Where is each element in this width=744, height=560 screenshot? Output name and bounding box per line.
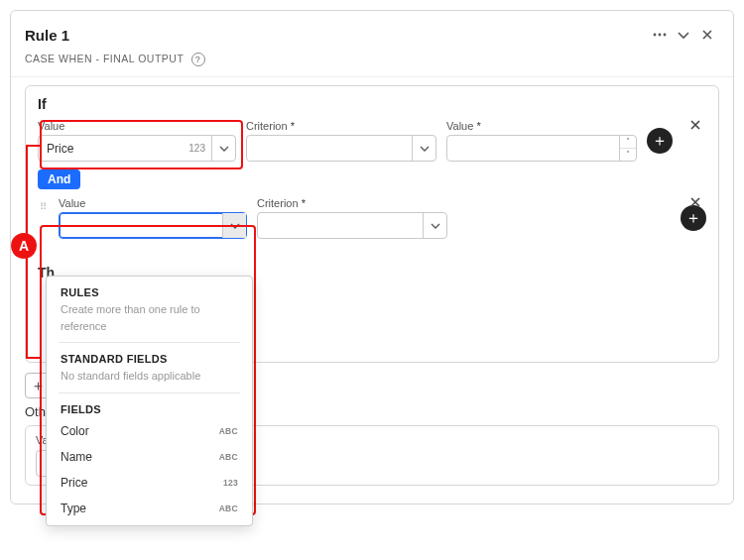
drag-handle-icon[interactable]: ⠿ (38, 203, 49, 211)
rule-subtitle: CASE WHEN - FINAL OUTPUT ? (11, 49, 733, 76)
dropdown-section-standard: STANDARD FIELDS (47, 345, 252, 368)
collapse-button[interactable] (672, 23, 695, 47)
dropdown-item[interactable]: TypeABC (47, 496, 252, 521)
add-condition-button[interactable]: ＋ (647, 128, 673, 154)
dropdown-section-rules: RULES (47, 279, 252, 301)
chevron-down-icon[interactable] (423, 213, 446, 238)
and-operator-button[interactable]: And (38, 169, 80, 189)
more-button[interactable] (648, 23, 672, 47)
value-number-input[interactable]: ˄ ˅ (446, 135, 637, 162)
value-dropdown[interactable] (59, 212, 247, 239)
dropdown-item[interactable]: NameABC (47, 444, 252, 470)
if-section-title: If (38, 96, 706, 112)
annotation-badge: A (11, 233, 37, 259)
value-label: Value (59, 197, 247, 209)
chevron-down-icon[interactable] (211, 136, 235, 161)
step-up-icon[interactable]: ˄ (620, 136, 636, 149)
help-icon[interactable]: ? (191, 53, 205, 66)
svg-point-1 (659, 34, 662, 37)
dropdown-item[interactable]: ColorABC (47, 418, 252, 444)
remove-condition-button[interactable] (688, 118, 706, 136)
svg-point-2 (664, 34, 667, 37)
step-down-icon[interactable]: ˅ (620, 149, 636, 161)
criterion-label: Criterion (257, 197, 447, 209)
dropdown-section-fields: FIELDS (47, 395, 252, 418)
dropdown-hint: No standard fields applicable (47, 368, 252, 392)
value-label: Value (38, 120, 236, 132)
criterion-label: Criterion (246, 120, 436, 132)
value2-label: Value (446, 120, 637, 132)
rule-title: Rule 1 (25, 27, 69, 44)
value-dropdown-panel: RULES Create more than one rule to refer… (46, 276, 253, 526)
dropdown-item[interactable]: Price123 (47, 470, 252, 496)
remove-condition-button[interactable] (688, 195, 706, 213)
chevron-down-icon[interactable] (412, 136, 435, 161)
svg-point-0 (654, 34, 657, 37)
close-button[interactable] (695, 23, 719, 47)
condition-row: Value Price 123 Criterion Value (38, 120, 706, 162)
criterion-dropdown[interactable] (257, 212, 447, 239)
condition-row: ⠿ Value Criterion ＋ (38, 197, 706, 239)
criterion-dropdown[interactable] (246, 135, 436, 162)
value-dropdown[interactable]: Price 123 (38, 135, 236, 162)
type-badge: 123 (183, 136, 211, 161)
chevron-down-icon[interactable] (222, 213, 246, 238)
dropdown-hint: Create more than one rule to reference (47, 301, 252, 342)
card-header: Rule 1 (11, 11, 733, 49)
